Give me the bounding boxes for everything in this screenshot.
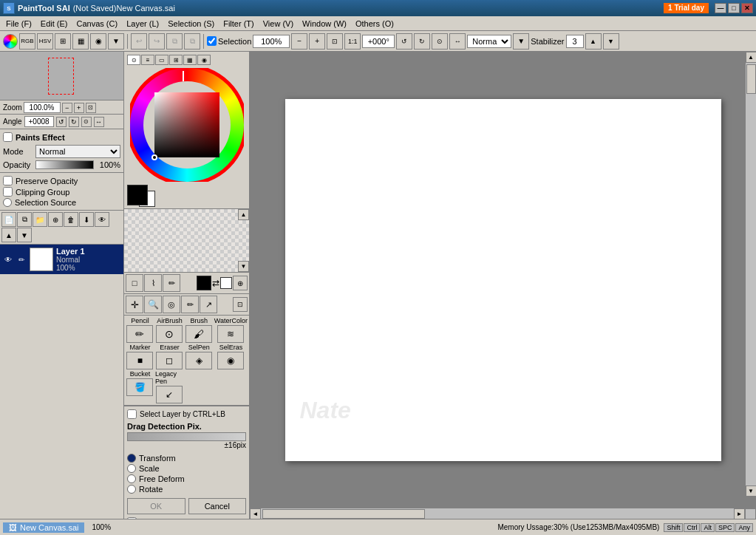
transform-radio[interactable] [127, 454, 136, 463]
angle-input[interactable] [24, 116, 54, 127]
brush-preview-scroll-up[interactable]: ▲ [238, 209, 249, 220]
layer-down-btn[interactable]: ▼ [17, 228, 32, 242]
layer-visibility-eye[interactable]: 👁 [3, 254, 13, 265]
copy-btn[interactable]: ⧉ [166, 33, 183, 50]
color-arrow-btn[interactable]: ▼ [108, 33, 124, 50]
marq-sel-btn[interactable]: □ [126, 274, 143, 292]
pencil-btn[interactable]: ✏ [126, 325, 153, 343]
menu-selection[interactable]: Selection (S) [163, 18, 219, 30]
menu-others[interactable]: Others (O) [351, 18, 398, 30]
color-hsv-btn[interactable]: HSV [37, 33, 53, 50]
menu-view[interactable]: View (V) [259, 18, 298, 30]
new-folder-btn[interactable]: 📁 [33, 212, 47, 227]
redo-btn[interactable]: ↪ [149, 33, 165, 50]
blend-mode-select[interactable]: Normal [467, 35, 511, 48]
maximize-button[interactable]: □ [728, 3, 740, 13]
selection-checkbox[interactable] [207, 36, 217, 46]
zoom-in-btn[interactable]: + [309, 33, 325, 50]
flip-h-btn[interactable]: ↔ [449, 33, 466, 50]
delete-layer-btn[interactable]: 🗑 [64, 212, 78, 227]
color-wheel-container[interactable] [130, 68, 244, 182]
transform-btn[interactable]: ↗ [200, 296, 217, 313]
scroll-right-down[interactable]: ▼ [746, 485, 757, 497]
brush-sel-btn[interactable]: ✏ [163, 274, 180, 292]
rotation-input[interactable] [362, 35, 395, 48]
new-layer-copy-btn[interactable]: ⧉ [17, 212, 32, 227]
bucket-btn[interactable]: 🪣 [126, 378, 153, 396]
scroll-bottom-left[interactable]: ◄ [250, 508, 261, 519]
paste-btn[interactable]: ⧉ [184, 33, 200, 50]
stabilizer-down-btn[interactable]: ▼ [603, 33, 619, 50]
cancel-button[interactable]: Cancel [188, 498, 247, 514]
zoom-fit-btn[interactable]: ⊡ [327, 33, 343, 50]
new-layer-type-btn[interactable]: ⊕ [48, 212, 63, 227]
paints-effect-checkbox[interactable] [3, 132, 13, 142]
extra-tool-btn[interactable]: ⊡ [233, 297, 248, 312]
zoom-nav-plus[interactable]: + [74, 103, 84, 113]
menu-file[interactable]: File (F) [1, 18, 36, 30]
seleras-btn[interactable]: ◉ [217, 352, 244, 369]
layer-up-btn[interactable]: ▲ [1, 228, 16, 242]
scale-radio[interactable] [127, 464, 136, 473]
rotate-cw-btn[interactable]: ↻ [414, 33, 430, 50]
layer-color-btn[interactable]: ⊕ [233, 276, 248, 290]
merge-down-btn[interactable]: ⬇ [79, 212, 94, 227]
free-deform-radio[interactable] [127, 474, 136, 483]
angle-flip[interactable]: ↔ [94, 117, 104, 127]
brush-preview-scroll-down[interactable]: ▼ [238, 261, 249, 272]
selpen-btn[interactable]: ◈ [185, 352, 212, 369]
clipping-group-checkbox[interactable] [3, 187, 13, 197]
preserve-opacity-checkbox[interactable] [3, 176, 13, 185]
airbrush-btn[interactable]: ⊙ [156, 325, 183, 343]
scroll-bottom-thumb[interactable] [262, 509, 425, 519]
drag-detection-slider[interactable] [127, 432, 246, 441]
zoom-nav-fit[interactable]: ⊡ [86, 103, 96, 113]
stabilizer-input[interactable] [566, 35, 584, 48]
layer-item[interactable]: 👁 ✏ Layer 1 Normal 100% [0, 245, 123, 274]
scroll-bottom-right[interactable]: ► [734, 508, 745, 519]
menu-filter[interactable]: Filter (T) [219, 18, 259, 30]
watercolor-btn[interactable]: ≋ [217, 325, 244, 343]
foreground-color[interactable] [127, 185, 148, 205]
brush-btn[interactable]: 🖌 [185, 325, 212, 343]
rotate-radio[interactable] [127, 485, 136, 494]
angle-ccw[interactable]: ↺ [56, 117, 67, 127]
status-canvas-name[interactable]: 🖼 New Canvas.sai [3, 522, 84, 533]
angle-cw[interactable]: ↻ [69, 117, 79, 127]
color-mix-tab[interactable]: ⊞ [169, 55, 183, 65]
sv-square[interactable] [154, 92, 219, 157]
color-swatch-btn[interactable]: ▦ [72, 33, 89, 50]
mode-down-btn[interactable]: ▼ [513, 33, 529, 50]
angle-reset[interactable]: ⊙ [81, 117, 92, 127]
zoom-out-btn[interactable]: − [291, 33, 307, 50]
move-btn[interactable]: ✛ [126, 296, 143, 313]
rotate-view-btn[interactable]: ◎ [163, 296, 180, 313]
stabilizer-up-btn[interactable]: ▲ [585, 33, 602, 50]
zoom-nav-input[interactable] [24, 102, 61, 113]
marker-btn[interactable]: ■ [126, 352, 153, 369]
zoom-input[interactable] [253, 35, 290, 48]
menu-canvas[interactable]: Canvas (C) [72, 18, 123, 30]
merge-visible-btn[interactable]: 👁 [95, 212, 109, 227]
color-bar-tab[interactable]: ≡ [141, 55, 154, 65]
color-gradient-tab[interactable]: ▭ [155, 55, 168, 65]
bg-color-small[interactable] [220, 277, 232, 289]
fg-color-small[interactable] [197, 276, 211, 290]
zoom-100-btn[interactable]: 1:1 [344, 33, 361, 50]
color-palette-btn[interactable]: ⊞ [55, 33, 71, 50]
color-wheel-tab[interactable]: ⊙ [127, 55, 140, 65]
canvas-scrollbar-bottom[interactable]: ◄ ► [250, 508, 756, 519]
color-wheel-btn[interactable] [3, 34, 18, 49]
menu-layer[interactable]: Layer (L) [122, 18, 163, 30]
color-rgb-btn[interactable]: RGB [19, 33, 35, 50]
minimize-button[interactable]: — [715, 3, 726, 13]
lasso-sel-btn[interactable]: ⌇ [144, 274, 162, 292]
select-layer-checkbox[interactable] [127, 409, 137, 419]
drawing-canvas[interactable]: Nate [285, 99, 721, 461]
eyedropper-btn[interactable]: ✏ [181, 296, 199, 313]
color-swatch-tab[interactable]: ▦ [183, 55, 197, 65]
zoom-nav-minus[interactable]: − [62, 103, 72, 113]
menu-window[interactable]: Window (W) [298, 18, 351, 30]
ok-button[interactable]: OK [127, 498, 185, 514]
scroll-right-thumb[interactable] [746, 64, 756, 94]
